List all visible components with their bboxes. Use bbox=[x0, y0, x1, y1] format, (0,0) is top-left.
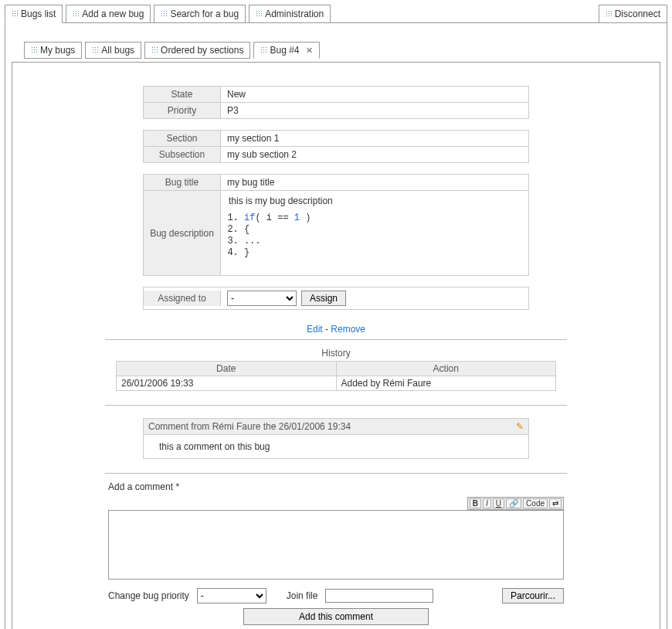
state-priority-table: State New Priority P3 bbox=[143, 86, 529, 119]
tab-label: Search for a bug bbox=[170, 8, 239, 19]
assigned-to-label: Assigned to bbox=[144, 291, 221, 306]
bug-title-value: my bug title bbox=[221, 175, 529, 191]
misc-button[interactable]: ⇄ bbox=[549, 498, 562, 508]
grip-icon bbox=[606, 10, 612, 18]
browse-button[interactable]: Parcourir... bbox=[502, 588, 564, 604]
state-label: State bbox=[144, 87, 221, 103]
grip-icon bbox=[12, 10, 18, 18]
section-table: Section my section 1 Subsection my sub s… bbox=[143, 130, 529, 163]
divider bbox=[105, 473, 567, 474]
tab-label: Bug #4 bbox=[270, 45, 299, 56]
bug-description-label: Bug description bbox=[144, 191, 221, 276]
grip-icon bbox=[256, 10, 262, 18]
history-date-cell: 26/01/2006 19:33 bbox=[117, 376, 337, 391]
title-description-table: Bug title my bug title Bug description t… bbox=[143, 174, 529, 276]
code-listing: if( i == 1 ) { ... } bbox=[244, 212, 521, 258]
change-priority-label: Change bug priority bbox=[108, 590, 189, 601]
link-button[interactable]: 🔗 bbox=[506, 498, 521, 508]
tab-disconnect[interactable]: Disconnect bbox=[599, 5, 667, 23]
grip-icon bbox=[151, 46, 158, 54]
tab-my-bugs[interactable]: My bugs bbox=[24, 42, 82, 59]
comment-header-text: Comment from Rémi Faure the 26/01/2006 1… bbox=[148, 421, 351, 432]
assign-button[interactable]: Assign bbox=[301, 291, 346, 306]
tab-label: Disconnect bbox=[615, 8, 660, 19]
assign-row: Assigned to - Assign bbox=[143, 287, 529, 310]
section-value: my section 1 bbox=[221, 131, 529, 147]
history-section: History Date Action 26/01/2006 19:33 Add… bbox=[116, 348, 556, 391]
edit-comment-icon[interactable]: ✎ bbox=[516, 421, 524, 432]
history-action-cell: Added by Rémi Faure bbox=[336, 376, 556, 391]
comment-header: Comment from Rémi Faure the 26/01/2006 1… bbox=[143, 418, 529, 435]
history-date-header: Date bbox=[117, 362, 337, 376]
tab-administration[interactable]: Administration bbox=[249, 5, 331, 23]
join-file-input[interactable] bbox=[325, 589, 433, 603]
edit-link[interactable]: Edit bbox=[307, 324, 323, 335]
comment-textarea[interactable] bbox=[108, 510, 564, 580]
history-action-header: Action bbox=[336, 362, 556, 376]
tab-label: All bugs bbox=[101, 45, 134, 56]
add-comment-section: Add a comment * B I U 🔗 Code ⇄ Change bu… bbox=[108, 481, 564, 625]
divider bbox=[105, 405, 567, 406]
assigned-to-select[interactable]: - bbox=[227, 291, 297, 306]
subsection-value: my sub section 2 bbox=[221, 147, 529, 163]
history-title: History bbox=[116, 348, 556, 359]
bug-detail-panel: State New Priority P3 Section my section… bbox=[12, 62, 660, 629]
tab-bugs-list[interactable]: Bugs list bbox=[5, 5, 63, 23]
italic-button[interactable]: I bbox=[483, 498, 491, 508]
editor-toolbar: B I U 🔗 Code ⇄ bbox=[467, 497, 564, 510]
grip-icon bbox=[73, 10, 79, 18]
subsection-label: Subsection bbox=[144, 147, 221, 163]
tab-bug-4[interactable]: Bug #4 ✕ bbox=[253, 42, 319, 59]
inner-tab-bar: My bugs All bugs Ordered by sections Bug… bbox=[24, 42, 320, 59]
bug-description-value: this is my bug description if( i == 1 ) … bbox=[221, 191, 529, 276]
tab-add-bug[interactable]: Add a new bug bbox=[66, 5, 151, 23]
history-table: Date Action 26/01/2006 19:33 Added by Ré… bbox=[116, 361, 556, 391]
comment-body: this a comment on this bug bbox=[143, 435, 529, 459]
grip-icon bbox=[92, 46, 98, 54]
outer-panel: My bugs All bugs Ordered by sections Bug… bbox=[5, 22, 667, 629]
tab-search-bug[interactable]: Search for a bug bbox=[154, 5, 246, 23]
tab-label: Administration bbox=[265, 8, 324, 19]
grip-icon bbox=[260, 46, 266, 54]
join-file-label: Join file bbox=[287, 590, 318, 601]
tab-label: My bugs bbox=[40, 45, 75, 56]
close-icon[interactable]: ✕ bbox=[306, 46, 313, 56]
comment-options-row: Change bug priority - Join file Parcouri… bbox=[108, 588, 564, 604]
action-links: Edit - Remove bbox=[105, 324, 567, 335]
code-button[interactable]: Code bbox=[523, 498, 548, 508]
bug-title-label: Bug title bbox=[144, 175, 221, 191]
top-tab-bar: Bugs list Add a new bug Search for a bug… bbox=[5, 5, 667, 23]
state-value: New bbox=[221, 87, 529, 103]
change-priority-select[interactable]: - bbox=[197, 588, 266, 604]
priority-label: Priority bbox=[144, 103, 221, 119]
section-label: Section bbox=[144, 131, 221, 147]
underline-button[interactable]: U bbox=[493, 498, 504, 508]
tab-label: Add a new bug bbox=[82, 8, 144, 19]
tab-label: Bugs list bbox=[21, 8, 56, 19]
add-comment-label: Add a comment * bbox=[108, 481, 564, 492]
table-row: 26/01/2006 19:33 Added by Rémi Faure bbox=[117, 376, 556, 391]
divider bbox=[105, 339, 567, 340]
grip-icon bbox=[161, 10, 167, 18]
add-comment-button[interactable]: Add this comment bbox=[243, 608, 429, 625]
tab-label: Ordered by sections bbox=[161, 45, 243, 56]
tab-all-bugs[interactable]: All bugs bbox=[85, 42, 141, 59]
tab-ordered-sections[interactable]: Ordered by sections bbox=[144, 42, 250, 59]
grip-icon bbox=[31, 46, 37, 54]
comment-box: Comment from Rémi Faure the 26/01/2006 1… bbox=[143, 418, 529, 459]
priority-value: P3 bbox=[221, 103, 529, 119]
remove-link[interactable]: Remove bbox=[331, 324, 365, 335]
description-text: this is my bug description bbox=[229, 196, 521, 206]
bold-button[interactable]: B bbox=[470, 498, 481, 508]
